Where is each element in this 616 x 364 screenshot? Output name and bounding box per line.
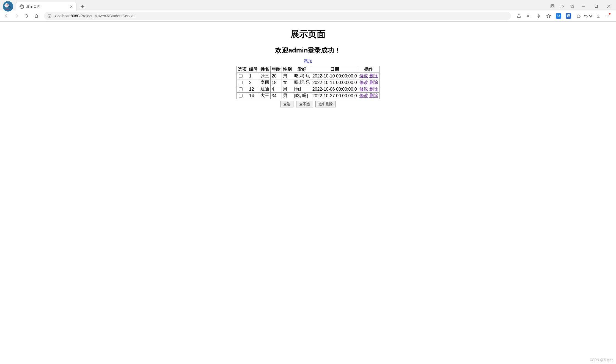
address-bar[interactable]: localhost:8080/Project_Maven3/StudentSer… <box>44 12 511 20</box>
edit-link[interactable]: 修改 <box>359 93 368 98</box>
nav-home-button[interactable] <box>32 12 41 20</box>
row-checkbox[interactable] <box>239 81 243 84</box>
extension-translate[interactable]: 译 <box>564 12 573 20</box>
maximize-icon <box>595 5 598 8</box>
url-text: localhost:8080/Project_Maven3/StudentSer… <box>54 14 508 18</box>
share-button[interactable] <box>514 12 524 20</box>
gauge-icon <box>560 4 565 9</box>
cell-name: 迪迪 <box>259 86 270 93</box>
extension-1[interactable]: U <box>554 12 563 20</box>
share-icon <box>517 14 521 18</box>
performance-button[interactable] <box>558 2 567 10</box>
svg-rect-5 <box>551 5 554 8</box>
toolbar-right: U 译 <box>514 12 614 20</box>
delete-link[interactable]: 删除 <box>369 93 378 98</box>
col-action: 操作 <box>358 66 379 73</box>
cell-id: 12 <box>248 86 259 93</box>
window-minimize-button[interactable] <box>578 2 590 10</box>
translate-badge-icon: 译 <box>566 13 571 19</box>
edit-link[interactable]: 修改 <box>359 73 368 78</box>
cell-age: 34 <box>270 93 282 99</box>
tab-title: 展示页面 <box>26 4 67 9</box>
extensions-shortcut-button[interactable] <box>568 2 577 10</box>
nav-back-button[interactable] <box>2 12 11 20</box>
close-icon <box>70 5 73 8</box>
add-link[interactable]: 添加 <box>304 59 312 63</box>
svg-rect-6 <box>552 5 553 7</box>
table-row: 1张三20男吃,喝,玩2022-10-10 00:00:00.0修改 删除 <box>237 73 379 79</box>
delete-selected-button[interactable]: 选中删除 <box>315 101 336 107</box>
tab-strip: 展示页面 <box>0 0 616 10</box>
info-icon <box>48 14 51 18</box>
cell-gender: 女 <box>282 79 293 86</box>
avatar-icon <box>3 2 13 11</box>
cell-name: 张三 <box>259 73 270 79</box>
new-tab-button[interactable] <box>79 3 86 10</box>
cell-gender: 男 <box>282 73 293 79</box>
col-select: 选项 <box>237 66 248 73</box>
password-key-button[interactable] <box>524 12 534 20</box>
url-path: /Project_Maven3/StudentServlet <box>79 14 134 18</box>
col-hobby: 爱好 <box>293 66 311 73</box>
site-info-button[interactable] <box>47 14 52 18</box>
nav-reload-button[interactable] <box>22 12 31 20</box>
url-host: localhost:8080 <box>54 14 79 18</box>
row-checkbox[interactable] <box>239 94 243 98</box>
tab-overview-icon <box>550 4 555 9</box>
history-dropdown-button[interactable] <box>584 12 593 20</box>
bulk-action-row: 全选 全不选 选中删除 <box>0 101 616 107</box>
window-controls <box>548 2 616 10</box>
svg-rect-8 <box>595 5 598 8</box>
window-maximize-button[interactable] <box>590 2 602 10</box>
cell-actions: 修改 删除 <box>358 79 379 86</box>
app-menu-button[interactable] <box>603 12 613 20</box>
cell-name: 大王 <box>259 93 270 99</box>
reload-icon <box>24 14 29 18</box>
page-title: 展示页面 <box>0 28 616 40</box>
row-checkbox[interactable] <box>239 87 243 91</box>
browser-toolbar: localhost:8080/Project_Maven3/StudentSer… <box>0 10 616 21</box>
window-close-button[interactable] <box>603 2 615 10</box>
cell-date: 2022-10-06 00:00:00.0 <box>311 86 358 93</box>
cell-actions: 修改 删除 <box>358 93 379 99</box>
profile-avatar[interactable] <box>3 1 13 12</box>
cell-date: 2022-10-10 00:00:00.0 <box>311 73 358 79</box>
bolt-button[interactable] <box>534 12 543 20</box>
select-all-button[interactable]: 全选 <box>280 101 293 107</box>
svg-point-11 <box>49 15 50 15</box>
favorite-button[interactable] <box>544 12 553 20</box>
delete-link[interactable]: 删除 <box>369 73 378 78</box>
table-row: 2李四18女喝,玩,乐2022-10-11 00:00:00.0修改 删除 <box>237 79 379 86</box>
cell-id: 2 <box>248 79 259 86</box>
col-age: 年龄 <box>270 66 282 73</box>
page-content: 展示页面 欢迎admin登录成功！ 添加 选项 编号 姓名 年龄 性别 爱好 日… <box>0 22 616 107</box>
downloads-button[interactable] <box>593 12 603 20</box>
cell-hobby: [玩] <box>293 86 311 93</box>
more-icon <box>605 14 609 18</box>
shirt-icon <box>570 4 574 9</box>
undo-arrow-icon <box>584 14 588 18</box>
cell-actions: 修改 删除 <box>358 86 379 93</box>
tab-overview-button[interactable] <box>548 2 557 10</box>
nav-forward-button[interactable] <box>12 12 21 20</box>
edit-link[interactable]: 修改 <box>359 80 368 85</box>
delete-link[interactable]: 删除 <box>369 80 378 85</box>
cell-age: 4 <box>270 86 282 93</box>
edit-link[interactable]: 修改 <box>359 87 368 91</box>
unselect-all-button[interactable]: 全不选 <box>296 101 313 107</box>
download-icon <box>596 14 600 18</box>
welcome-message: 欢迎admin登录成功！ <box>0 46 616 55</box>
browser-tab-active[interactable]: 展示页面 <box>16 2 76 11</box>
extensions-button[interactable] <box>574 12 583 20</box>
svg-point-15 <box>608 15 609 16</box>
tab-close-button[interactable] <box>69 4 73 9</box>
key-icon <box>527 14 531 18</box>
delete-link[interactable]: 删除 <box>369 87 378 91</box>
row-checkbox[interactable] <box>239 74 243 78</box>
col-name: 姓名 <box>259 66 270 73</box>
svg-point-1 <box>4 3 9 7</box>
notification-dot-icon <box>609 13 610 15</box>
col-date: 日期 <box>311 66 358 73</box>
cell-hobby: 吃,喝,玩 <box>293 73 311 79</box>
cell-hobby: 喝,玩,乐 <box>293 79 311 86</box>
